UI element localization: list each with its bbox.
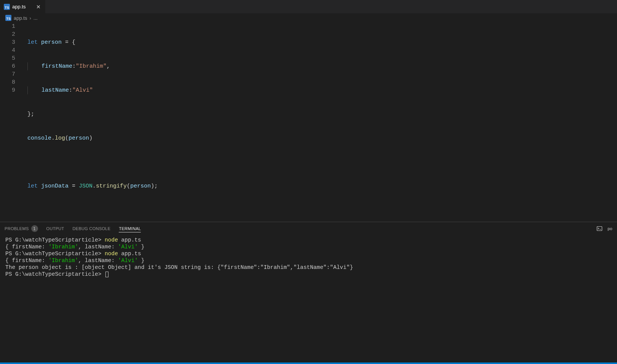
breadcrumb-rest: ...: [33, 15, 38, 21]
terminal-output-line: The person object is : [object Object] a…: [5, 264, 353, 270]
svg-rect-0: [597, 227, 602, 231]
status-bar[interactable]: [0, 362, 617, 364]
terminal-arg: app.ts: [118, 237, 141, 243]
panel-tab-label: TERMINAL: [119, 226, 141, 231]
typescript-icon: TS: [5, 15, 11, 21]
property: firstName: [41, 63, 72, 70]
keyword: let: [27, 183, 38, 189]
typescript-icon: TS: [4, 4, 10, 10]
tab-terminal[interactable]: TERMINAL: [119, 226, 141, 232]
tab-debug-console[interactable]: DEBUG CONSOLE: [73, 226, 111, 231]
punctuation: = {: [62, 39, 75, 46]
terminal-profile-label[interactable]: po: [607, 226, 612, 231]
property: lastName: [41, 87, 69, 94]
variable: person: [41, 39, 62, 46]
variable: jsonData: [41, 183, 69, 189]
panel-tab-bar: PROBLEMS 1 OUTPUT DEBUG CONSOLE TERMINAL: [0, 222, 617, 235]
method: stringify: [96, 183, 127, 189]
tab-label: app.ts: [12, 4, 33, 10]
terminal-output[interactable]: PS G:\watchTypeScriptarticle> node app.t…: [0, 235, 617, 362]
terminal-prompt: PS G:\watchTypeScriptarticle>: [5, 271, 105, 277]
class: JSON: [79, 183, 92, 189]
panel-tab-label: DEBUG CONSOLE: [73, 226, 111, 231]
string: "Ibrahim": [76, 63, 107, 70]
terminal-cursor: [105, 272, 108, 277]
tab-output[interactable]: OUTPUT: [46, 226, 64, 231]
keyword: let: [27, 39, 38, 46]
tab-problems[interactable]: PROBLEMS 1: [5, 225, 38, 232]
problems-count-badge: 1: [31, 225, 38, 232]
terminal-launch-icon[interactable]: [596, 225, 603, 232]
line-number-gutter: 123456789: [0, 22, 22, 222]
string: "Alvi": [72, 87, 93, 94]
terminal-prompt: PS G:\watchTypeScriptarticle>: [5, 251, 105, 257]
object: console: [27, 135, 51, 141]
bottom-panel: PROBLEMS 1 OUTPUT DEBUG CONSOLE TERMINAL: [0, 222, 617, 362]
chevron-right-icon: ›: [29, 15, 31, 21]
close-icon[interactable]: ✕: [35, 4, 41, 10]
method: log: [55, 135, 65, 141]
tab-app-ts[interactable]: TS app.ts ✕: [0, 0, 46, 13]
terminal-prompt: PS G:\watchTypeScriptarticle>: [5, 237, 105, 243]
tab-bar: TS app.ts ✕: [0, 0, 617, 13]
breadcrumb[interactable]: TS app.ts › ...: [0, 13, 617, 22]
terminal-command: node: [105, 237, 118, 243]
punctuation: };: [27, 111, 34, 118]
breadcrumb-file: app.ts: [14, 15, 27, 21]
terminal-arg: app.ts: [118, 251, 141, 257]
panel-tab-label: OUTPUT: [46, 226, 64, 231]
argument: person: [69, 135, 89, 141]
argument: person: [130, 183, 151, 189]
panel-tab-label: PROBLEMS: [5, 226, 29, 231]
code-content[interactable]: let person = { firstName:"Ibrahim", last…: [22, 22, 617, 222]
code-editor[interactable]: 123456789 let person = { firstName:"Ibra…: [0, 22, 617, 222]
terminal-command: node: [105, 251, 118, 257]
